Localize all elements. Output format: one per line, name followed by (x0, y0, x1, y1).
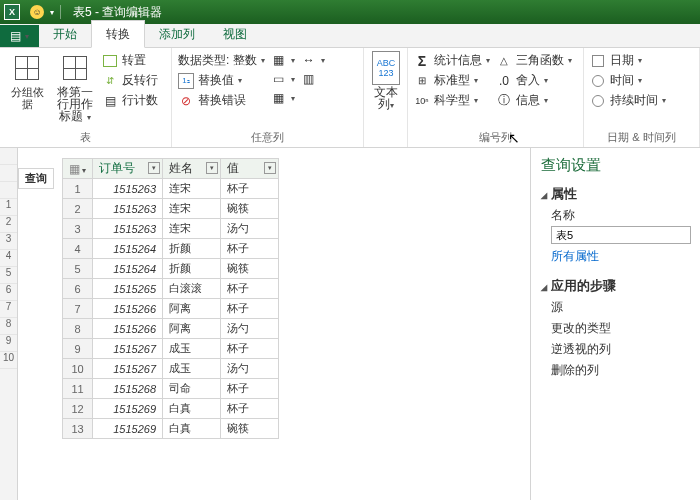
cell-value[interactable]: 杯子 (221, 179, 279, 199)
applied-step[interactable]: 源 (551, 299, 690, 316)
data-grid[interactable]: ▦▾ 订单号▾ 姓名▾ 值▾ 1 1515263 连宋 杯子2 1515263 … (62, 158, 279, 439)
cell-name[interactable]: 司命 (163, 379, 221, 399)
cell-order[interactable]: 1515264 (93, 239, 163, 259)
tab-transform[interactable]: 转换 (91, 20, 145, 48)
table-row[interactable]: 1 1515263 连宋 杯子 (63, 179, 279, 199)
cell-order[interactable]: 1515267 (93, 339, 163, 359)
date-button[interactable]: 日期▾ (590, 52, 666, 69)
cell-name[interactable]: 白滚滚 (163, 279, 221, 299)
name-input[interactable] (551, 226, 691, 244)
applied-step[interactable]: 删除的列 (551, 362, 690, 379)
duration-button[interactable]: 持续时间▾ (590, 92, 666, 109)
cell-value[interactable]: 汤勺 (221, 359, 279, 379)
applied-step[interactable]: 逆透视的列 (551, 341, 690, 358)
time-button[interactable]: 时间▾ (590, 72, 666, 89)
cell-name[interactable]: 白真 (163, 419, 221, 439)
scientific-button[interactable]: 10ⁿ科学型▾ (414, 92, 490, 109)
cell-order[interactable]: 1515269 (93, 399, 163, 419)
table-row[interactable]: 6 1515265 白滚滚 杯子 (63, 279, 279, 299)
cell-name[interactable]: 阿离 (163, 319, 221, 339)
cell-value[interactable]: 汤勺 (221, 319, 279, 339)
text-column-button[interactable]: ABC123 文本列▾ (370, 52, 402, 112)
cell-value[interactable]: 杯子 (221, 399, 279, 419)
cell-value[interactable]: 杯子 (221, 299, 279, 319)
filter-icon[interactable]: ▾ (148, 162, 160, 174)
cell-name[interactable]: 连宋 (163, 179, 221, 199)
transpose-button[interactable]: 转置 (102, 52, 158, 69)
applied-step[interactable]: 更改的类型 (551, 320, 690, 337)
table-row[interactable]: 10 1515267 成玉 汤勺 (63, 359, 279, 379)
cell-order[interactable]: 1515264 (93, 259, 163, 279)
rownum-header[interactable]: ▦▾ (63, 159, 93, 179)
col-header-value[interactable]: 值▾ (221, 159, 279, 179)
data-type-button[interactable]: 数据类型: 整数▾ (178, 52, 265, 69)
cell-name[interactable]: 连宋 (163, 219, 221, 239)
cell-value[interactable]: 碗筷 (221, 419, 279, 439)
left-gutter: 12345678910 (0, 148, 18, 500)
filter-icon[interactable]: ▾ (264, 162, 276, 174)
cell-name[interactable]: 连宋 (163, 199, 221, 219)
cell-value[interactable]: 碗筷 (221, 199, 279, 219)
cell-value[interactable]: 杯子 (221, 339, 279, 359)
smiley-icon[interactable]: ☺ (30, 5, 44, 19)
cell-order[interactable]: 1515263 (93, 219, 163, 239)
round-button[interactable]: .0舍入▾ (496, 72, 572, 89)
pivot-button[interactable]: ▦▾ (271, 90, 295, 106)
trig-button[interactable]: △三角函数▾ (496, 52, 572, 69)
info-button[interactable]: ⓘ信息▾ (496, 92, 572, 109)
reverse-rows-button[interactable]: ⇵反转行 (102, 72, 158, 89)
col-header-name[interactable]: 姓名▾ (163, 159, 221, 179)
cell-order[interactable]: 1515268 (93, 379, 163, 399)
cell-order[interactable]: 1515266 (93, 319, 163, 339)
cell-order[interactable]: 1515263 (93, 179, 163, 199)
cell-name[interactable]: 成玉 (163, 359, 221, 379)
cell-value[interactable]: 碗筷 (221, 259, 279, 279)
cell-order[interactable]: 1515267 (93, 359, 163, 379)
cell-value[interactable]: 杯子 (221, 379, 279, 399)
unpivot-button[interactable]: ▥ (301, 71, 325, 87)
cell-order[interactable]: 1515269 (93, 419, 163, 439)
use-first-row-button[interactable]: 将第一行用作标题 ▾ (54, 52, 96, 124)
queries-pane-label[interactable]: 查询 (18, 168, 54, 189)
all-properties-link[interactable]: 所有属性 (551, 248, 690, 265)
count-rows-button[interactable]: ▤行计数 (102, 92, 158, 109)
filter-icon[interactable]: ▾ (206, 162, 218, 174)
applied-steps-header[interactable]: 应用的步骤 (541, 277, 690, 295)
table-row[interactable]: 12 1515269 白真 杯子 (63, 399, 279, 419)
cell-order[interactable]: 1515263 (93, 199, 163, 219)
replace-values-button[interactable]: 1₂替换值▾ (178, 72, 265, 89)
tab-add-column[interactable]: 添加列 (145, 21, 209, 47)
table-row[interactable]: 9 1515267 成玉 杯子 (63, 339, 279, 359)
cell-value[interactable]: 杯子 (221, 279, 279, 299)
group-by-button[interactable]: 分组依据 (6, 52, 48, 110)
table-row[interactable]: 13 1515269 白真 碗筷 (63, 419, 279, 439)
tab-view[interactable]: 视图 (209, 21, 261, 47)
table-row[interactable]: 2 1515263 连宋 碗筷 (63, 199, 279, 219)
file-tab[interactable]: ▤▾ (0, 25, 39, 47)
fill-button[interactable]: ▭▾ (271, 71, 295, 87)
move-button[interactable]: ↔▾ (301, 52, 325, 68)
qat-dropdown-icon[interactable]: ▾ (50, 8, 54, 17)
cell-name[interactable]: 阿离 (163, 299, 221, 319)
cell-name[interactable]: 折颜 (163, 239, 221, 259)
table-row[interactable]: 3 1515263 连宋 汤勺 (63, 219, 279, 239)
cell-order[interactable]: 1515265 (93, 279, 163, 299)
detect-type-button[interactable]: ▦▾ (271, 52, 295, 68)
statistics-button[interactable]: Σ统计信息▾ (414, 52, 490, 69)
properties-header[interactable]: 属性 (541, 185, 690, 203)
replace-errors-button[interactable]: ⊘替换错误 (178, 92, 265, 109)
cell-name[interactable]: 白真 (163, 399, 221, 419)
tab-home[interactable]: 开始 (39, 21, 91, 47)
table-row[interactable]: 4 1515264 折颜 杯子 (63, 239, 279, 259)
table-row[interactable]: 11 1515268 司命 杯子 (63, 379, 279, 399)
col-header-order[interactable]: 订单号▾ (93, 159, 163, 179)
cell-name[interactable]: 成玉 (163, 339, 221, 359)
cell-value[interactable]: 杯子 (221, 239, 279, 259)
standard-button[interactable]: ⊞标准型▾ (414, 72, 490, 89)
cell-order[interactable]: 1515266 (93, 299, 163, 319)
table-row[interactable]: 5 1515264 折颜 碗筷 (63, 259, 279, 279)
table-row[interactable]: 8 1515266 阿离 汤勺 (63, 319, 279, 339)
cell-name[interactable]: 折颜 (163, 259, 221, 279)
cell-value[interactable]: 汤勺 (221, 219, 279, 239)
table-row[interactable]: 7 1515266 阿离 杯子 (63, 299, 279, 319)
